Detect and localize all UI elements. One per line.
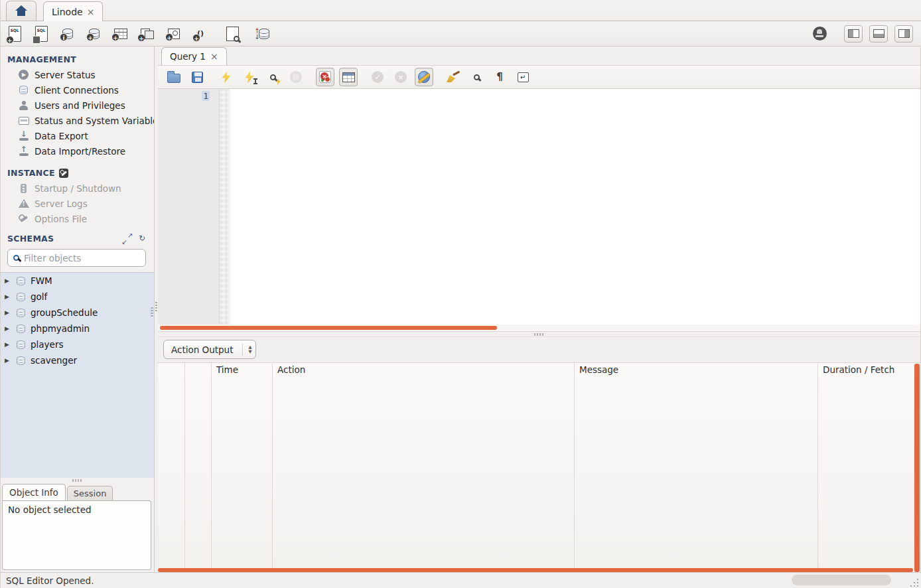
schema-filter-box[interactable] <box>7 249 146 267</box>
output-splitter[interactable] <box>158 331 920 337</box>
new-sql-tab-button[interactable]: SQL+ <box>6 25 23 43</box>
column-blank-2[interactable] <box>185 363 212 573</box>
close-icon[interactable]: × <box>87 7 95 17</box>
sidebar-item-status-variables[interactable]: Status and System Variables <box>7 113 154 128</box>
search-table-data-button[interactable] <box>224 25 241 43</box>
expander-icon[interactable]: ▶ <box>5 357 11 364</box>
refresh-schemas-icon[interactable]: ↻ <box>137 233 147 244</box>
object-info-panel: Object Info Session No object selected <box>1 478 154 572</box>
line-number-gutter: 1 <box>158 89 220 325</box>
rollback-button[interactable]: × <box>391 68 410 86</box>
tab-object-info[interactable]: Object Info <box>2 484 66 500</box>
management-section: MANAGEMENT ▶ Server Status Client Connec… <box>1 46 154 160</box>
line-number: 1 <box>202 91 210 101</box>
tree-scroll-grip[interactable] <box>151 307 153 317</box>
sidebar-item-server-status[interactable]: ▶ Server Status <box>7 67 154 82</box>
instance-section: INSTANCE Startup / Shutdown ! Server Log… <box>1 160 154 228</box>
output-type-select[interactable]: Action Output ▲▼ <box>163 340 256 359</box>
mysql-workbench-window: Linode × SQL+ SQL i + + + + <box>0 0 921 588</box>
toggle-autocommit-button[interactable] <box>415 68 433 86</box>
database-info-button[interactable]: i <box>59 25 76 43</box>
data-transfer-button[interactable]: ↑↓ <box>255 25 273 43</box>
sidebar-item-server-logs[interactable]: ! Server Logs <box>7 196 154 211</box>
stop-execution-button[interactable] <box>287 68 305 86</box>
schema-row-fwm[interactable]: ▶ FWM <box>1 273 154 289</box>
schema-tree: ▶ FWM ▶ golf ▶ groupSchedule ▶ p <box>1 272 154 478</box>
find-button[interactable] <box>467 68 486 86</box>
schema-row-phpmyadmin[interactable]: ▶ phpmyadmin <box>1 321 154 336</box>
column-blank-1[interactable] <box>158 363 185 573</box>
resize-grip[interactable] <box>910 577 920 587</box>
tab-session[interactable]: Session <box>67 486 113 500</box>
column-duration[interactable]: Duration / Fetch <box>818 363 920 573</box>
home-tab[interactable] <box>6 1 36 21</box>
sidebar-item-startup-shutdown[interactable]: Startup / Shutdown <box>7 181 154 196</box>
toggle-right-sidebar-button[interactable] <box>894 25 913 42</box>
save-script-button[interactable] <box>188 68 206 86</box>
schema-icon <box>17 356 25 365</box>
editor-horizontal-scrollbar[interactable] <box>158 325 920 331</box>
toggle-stop-on-error-button[interactable]: × <box>316 68 334 86</box>
sidebar-item-client-connections[interactable]: Client Connections <box>7 82 154 98</box>
execute-current-statement-button[interactable] <box>240 68 259 86</box>
schema-row-scavenger[interactable]: ▶ scavenger <box>1 352 154 368</box>
wrap-icon: ↵ <box>518 72 529 82</box>
sidebar-item-data-export[interactable]: ↓ Data Export <box>7 128 154 143</box>
connection-tab-linode[interactable]: Linode × <box>43 1 103 21</box>
stop-on-error-icon: × <box>319 71 331 83</box>
rollback-cross-icon: × <box>395 71 407 83</box>
scrollbar-thumb[interactable] <box>160 326 497 330</box>
expander-icon[interactable]: ▶ <box>5 277 11 284</box>
editor-text-area[interactable] <box>230 89 920 325</box>
splitter-handle[interactable] <box>72 479 83 482</box>
expander-icon[interactable]: ▶ <box>5 309 11 316</box>
commit-button[interactable]: ✓ <box>368 68 387 86</box>
schema-filter-input[interactable] <box>24 253 140 263</box>
expander-icon[interactable]: ▶ <box>5 325 11 332</box>
toggle-left-sidebar-button[interactable] <box>844 25 863 42</box>
create-procedure-button[interactable]: + <box>165 25 182 43</box>
output-vertical-scrollbar[interactable] <box>914 364 920 573</box>
create-schema-button[interactable]: + <box>86 25 103 43</box>
column-message[interactable]: Message <box>575 363 818 573</box>
workbench-status-button[interactable] <box>811 25 828 43</box>
expander-icon[interactable]: ▶ <box>5 341 11 348</box>
limit-rows-icon <box>342 72 355 82</box>
navigator-sidebar: MANAGEMENT ▶ Server Status Client Connec… <box>1 46 155 572</box>
client-connections-icon <box>18 84 29 96</box>
expand-schemas-icon[interactable]: ↗↙ <box>122 233 133 244</box>
toggle-bottom-panel-button[interactable] <box>869 25 888 42</box>
expander-icon[interactable]: ▶ <box>5 293 11 300</box>
output-selector-row: Action Output ▲▼ <box>158 337 920 362</box>
execute-script-button[interactable] <box>217 68 236 86</box>
beautify-script-button[interactable] <box>444 68 462 86</box>
sql-editor[interactable]: 1 <box>158 89 920 325</box>
column-action[interactable]: Action <box>273 363 575 573</box>
info-tabs: Object Info Session <box>2 484 113 500</box>
open-sql-script-button[interactable]: SQL <box>33 25 50 43</box>
schema-row-golf[interactable]: ▶ golf <box>1 289 154 305</box>
bottom-scrollbar-thumb[interactable] <box>792 575 891 585</box>
explain-plan-button[interactable] <box>263 68 282 86</box>
query-tab[interactable]: Query 1 × <box>161 47 227 65</box>
limit-rows-button[interactable] <box>339 68 358 86</box>
create-table-button[interactable]: + <box>112 25 129 43</box>
bottom-panel-icon <box>873 29 885 38</box>
pilcrow-icon: ¶ <box>496 71 503 83</box>
close-icon[interactable]: × <box>210 52 218 61</box>
sidebar-item-data-import[interactable]: ↑ Data Import/Restore <box>7 143 154 159</box>
toggle-invisible-characters-button[interactable]: ¶ <box>490 68 509 86</box>
open-file-button[interactable] <box>165 68 183 86</box>
query-tab-bar: Query 1 × <box>158 46 920 65</box>
column-time[interactable]: Time <box>212 363 273 573</box>
create-function-button[interactable]: () + <box>192 25 209 43</box>
startup-shutdown-icon <box>18 183 29 194</box>
search-icon <box>13 255 19 261</box>
toggle-word-wrap-button[interactable]: ↵ <box>514 68 532 86</box>
sidebar-item-options-file[interactable]: Options File <box>7 211 154 226</box>
sidebar-item-users-privileges[interactable]: Users and Privileges <box>7 98 154 113</box>
create-view-button[interactable]: + <box>139 25 156 43</box>
create-view-icon: + <box>141 29 154 39</box>
schema-row-groupschedule[interactable]: ▶ groupSchedule <box>1 305 154 321</box>
schema-row-players[interactable]: ▶ players <box>1 336 154 352</box>
